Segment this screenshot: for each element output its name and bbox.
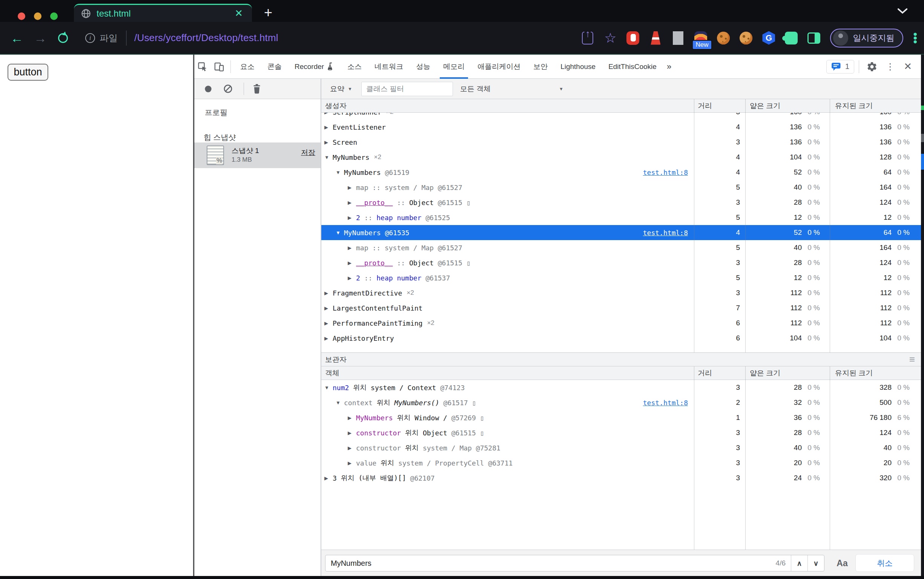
expand-arrow-icon[interactable]: ▶: [348, 200, 356, 205]
col-distance2[interactable]: 거리: [694, 368, 745, 378]
constructor-row[interactable]: ▶ScriptRunner×231600 %1600 %: [321, 113, 921, 119]
devtools-tab-1[interactable]: 콘솔: [261, 55, 288, 79]
retainer-row[interactable]: ▼num2 위치 system / Context @741233280 %32…: [321, 380, 921, 395]
constructor-row-selected[interactable]: ▼MyNumbers @61535test.html:84520 %640 %: [321, 225, 921, 240]
site-info-button[interactable]: i 파일: [85, 32, 118, 44]
retainer-row[interactable]: ▶3 위치 (내부 배열)[] @621073240 %3200 %: [321, 470, 921, 486]
constructor-row[interactable]: ▶EventListener41360 %1360 %: [321, 119, 921, 134]
collapse-arrow-icon[interactable]: ▼: [336, 230, 344, 236]
find-previous-button[interactable]: ∧: [791, 555, 808, 571]
expand-arrow-icon[interactable]: ▶: [348, 260, 356, 266]
back-button[interactable]: ←: [11, 32, 23, 44]
constructor-row[interactable]: ▶map :: system / Map @615275400 %1640 %: [321, 240, 921, 255]
issues-button[interactable]: 1: [826, 60, 854, 74]
retainer-row[interactable]: ▶constructor 위치 Object @61515 ▯3280 %124…: [321, 425, 921, 440]
devtools-tab-3[interactable]: 소스: [341, 55, 368, 79]
retainer-row[interactable]: ▼context 위치 MyNumbers() @61517 ▯test.htm…: [321, 395, 921, 410]
expand-arrow-icon[interactable]: ▶: [324, 113, 333, 115]
match-case-toggle[interactable]: Aa: [833, 555, 852, 571]
expand-arrow-icon[interactable]: ▶: [324, 290, 333, 296]
cookie-icon[interactable]: [717, 32, 730, 44]
col-object[interactable]: 객체: [321, 368, 694, 378]
snapshot-save-link[interactable]: 저장: [301, 148, 315, 157]
collapse-arrow-icon[interactable]: ▼: [336, 400, 344, 406]
col-constructor[interactable]: 생성자: [321, 101, 694, 111]
window-zoom-button[interactable]: [50, 12, 58, 20]
find-input[interactable]: [326, 555, 776, 571]
page-button[interactable]: button: [8, 64, 48, 81]
tab-close-icon[interactable]: ✕: [232, 8, 245, 19]
profile-button[interactable]: 일시중지됨: [830, 29, 903, 47]
source-link[interactable]: test.html:8: [643, 399, 694, 407]
bookmark-star-icon[interactable]: ☆: [604, 32, 617, 44]
devtools-tab-7[interactable]: 애플리케이션: [471, 55, 527, 79]
objects-filter-arrow-icon[interactable]: ▼: [555, 79, 564, 99]
window-close-button[interactable]: [18, 12, 25, 20]
retainer-row[interactable]: ▶value 위치 system / PropertyCell @6371132…: [321, 455, 921, 470]
clear-profiles-button[interactable]: [223, 79, 233, 99]
collapse-arrow-icon[interactable]: ▼: [336, 170, 344, 175]
col-retained-size2[interactable]: 유지된 크기: [830, 368, 921, 378]
tab-search-chevron-icon[interactable]: [897, 7, 908, 15]
collapse-arrow-icon[interactable]: ▼: [324, 385, 333, 391]
constructor-row[interactable]: ▶__proto__ :: Object @61515 ▯3280 %1240 …: [321, 195, 921, 210]
settings-gear-icon[interactable]: [863, 59, 880, 75]
gray-ext-icon[interactable]: [672, 32, 685, 44]
constructor-row[interactable]: ▶2 :: heap number @615375120 %120 %: [321, 270, 921, 285]
devtools-tab-10[interactable]: EditThisCookie: [602, 55, 663, 79]
cookie-editor-icon[interactable]: [740, 32, 752, 44]
expand-arrow-icon[interactable]: ▶: [348, 430, 356, 436]
expand-arrow-icon[interactable]: ▶: [348, 215, 356, 221]
constructor-row[interactable]: ▶2 :: heap number @615255120 %120 %: [321, 210, 921, 225]
constructor-row[interactable]: ▶map :: system / Map @615275400 %1640 %: [321, 180, 921, 195]
devtools-tab-6[interactable]: 메모리: [437, 55, 471, 79]
window-minimize-button[interactable]: [34, 12, 41, 20]
constructor-row[interactable]: ▶__proto__ :: Object @61515 ▯3280 %1240 …: [321, 255, 921, 270]
expand-arrow-icon[interactable]: ▶: [348, 245, 356, 251]
expand-arrow-icon[interactable]: ▶: [324, 335, 333, 341]
forward-button[interactable]: →: [34, 32, 47, 44]
devtools-close-icon[interactable]: ✕: [900, 61, 916, 72]
expand-arrow-icon[interactable]: ▶: [348, 460, 356, 466]
more-tabs-button[interactable]: »: [663, 62, 675, 72]
browser-menu-icon[interactable]: •••: [913, 33, 917, 44]
share-icon[interactable]: [581, 32, 594, 44]
constructor-row[interactable]: ▼MyNumbers×241040 %1280 %: [321, 150, 921, 165]
splitter-grip-icon[interactable]: ≡: [909, 353, 921, 365]
class-filter-input[interactable]: [361, 82, 453, 96]
retainer-row[interactable]: ▶constructor 위치 system / Map @752813400 …: [321, 440, 921, 455]
expand-arrow-icon[interactable]: ▶: [324, 139, 333, 145]
expand-arrow-icon[interactable]: ▶: [324, 475, 333, 481]
retainer-row[interactable]: ▶MyNumbers 위치 Window / @57269 ▯1360 %76 …: [321, 410, 921, 425]
constructor-row[interactable]: ▶LargestContentfulPaint71120 %1120 %: [321, 301, 921, 316]
snapshot-list-item[interactable]: 스냅샷 1 1.3 MB 저장: [194, 142, 321, 168]
expand-arrow-icon[interactable]: ▶: [348, 415, 356, 421]
cancel-button[interactable]: 취소: [855, 554, 914, 572]
constructor-row[interactable]: ▶AppHistoryEntry61040 %1040 %: [321, 330, 921, 346]
grammarly-icon[interactable]: G: [762, 32, 775, 44]
expand-arrow-icon[interactable]: ▶: [324, 124, 333, 130]
devtools-tab-2[interactable]: Recorder: [288, 55, 341, 79]
address-url[interactable]: /Users/yceffort/Desktop/test.html: [134, 32, 279, 44]
devtools-tab-0[interactable]: 요소: [234, 55, 261, 79]
record-heap-snapshot-button[interactable]: [203, 79, 213, 99]
col-shallow-size[interactable]: 얕은 크기: [745, 101, 830, 111]
col-distance[interactable]: 거리: [694, 101, 745, 111]
extensions-puzzle-icon[interactable]: [785, 32, 798, 44]
lighthouse-ext-icon[interactable]: [649, 32, 662, 44]
constructor-row[interactable]: ▶FragmentDirective×231120 %1120 %: [321, 285, 921, 301]
retainers-splitter[interactable]: 보관자 ≡: [321, 352, 921, 366]
browser-tab[interactable]: test.html ✕: [74, 4, 252, 22]
devtools-tab-5[interactable]: 성능: [410, 55, 437, 79]
expand-arrow-icon[interactable]: ▶: [324, 321, 333, 326]
objects-filter-select[interactable]: 모든 객체: [460, 79, 491, 99]
adblock-icon[interactable]: [626, 32, 639, 44]
devtools-tab-9[interactable]: Lighthouse: [554, 55, 602, 79]
expand-arrow-icon[interactable]: ▶: [348, 185, 356, 190]
collapse-arrow-icon[interactable]: ▼: [324, 155, 333, 160]
new-tab-button[interactable]: +: [264, 6, 272, 19]
perspective-select[interactable]: 요약 ▼: [330, 79, 352, 99]
col-shallow-size2[interactable]: 얕은 크기: [745, 368, 830, 378]
constructor-row[interactable]: ▶PerformancePaintTiming×261120 %1120 %: [321, 316, 921, 330]
arc-icon[interactable]: New: [694, 32, 707, 44]
